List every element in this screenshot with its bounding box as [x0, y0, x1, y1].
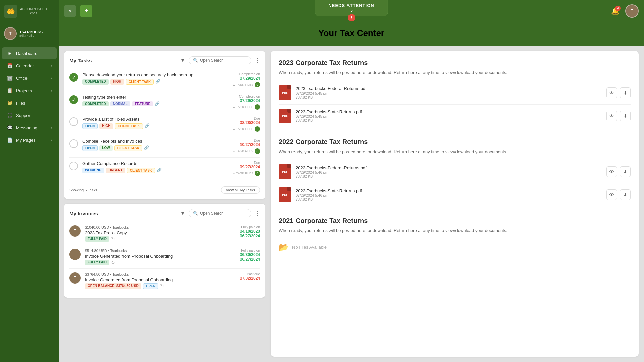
file-info: 2022-Tsarbucks-State-Returns.pdf 07/29/2… [296, 188, 602, 201]
file-info: 2022-Tsarbucks-Federal-Returns.pdf 07/29… [296, 165, 602, 178]
task-content: Provide a List of Fixed Assets OPENHIGHC… [82, 117, 228, 129]
task-files-count: 0 [255, 171, 260, 176]
tag-fully-paid: FULLY PAID [85, 260, 109, 265]
collapse-sidebar-button[interactable]: « [64, 5, 76, 17]
sidebar-item-my-pages[interactable]: 📄 My Pages › [2, 134, 57, 146]
invoices-title: My Invoices [69, 210, 177, 216]
tag-client: CLIENT TASK [115, 123, 143, 129]
invoice-date: 07/02/2024 [240, 276, 260, 281]
topbar-right: 🔔 4 T [609, 4, 639, 18]
sidebar: 🤲 ACCOMPLISHED cpas T TSARBUCKS Edit Pro… [0, 0, 59, 362]
tasks-search-input[interactable] [200, 58, 247, 63]
invoice-tags: FULLY PAID ↻ [85, 260, 236, 265]
refresh-icon[interactable]: ↻ [111, 236, 115, 242]
tag-open: OPEN [82, 145, 98, 151]
tax-section: 2021 Corporate Tax Returns When ready, y… [279, 217, 631, 255]
task-date-label: Completed on [232, 95, 260, 98]
tag-completed: COMPLETED [82, 79, 109, 85]
pdf-icon: PDF [279, 85, 291, 100]
download-file-button[interactable]: ⬇ [620, 189, 631, 200]
edit-profile-link[interactable]: Edit Profile [19, 34, 43, 37]
file-item: PDF 2022-Tsarbucks-Federal-Returns.pdf 0… [279, 160, 631, 183]
task-checkbox[interactable] [69, 117, 78, 126]
task-content: Testing type then enter COMPLETEDNORMALF… [82, 95, 228, 106]
view-file-button[interactable]: 👁 [606, 87, 617, 98]
task-title: Compile Receipts and Invoices [82, 139, 228, 144]
tax-center-header: Your Tax Center [59, 22, 644, 46]
task-meta: Due 10/27/2024 ▲ TASK FILES 0 [232, 139, 260, 154]
task-date: 07/29/2024 [232, 98, 260, 103]
chevron-right-icon: › [51, 76, 52, 80]
right-panel: 2023 Corporate Tax Returns When ready, y… [271, 51, 639, 357]
notifications-button[interactable]: 🔔 4 [609, 5, 621, 17]
table-row: Provide a List of Fixed Assets OPENHIGHC… [69, 113, 260, 135]
options-icon[interactable]: ⋮ [255, 210, 260, 217]
tag-normal: NORMAL [110, 101, 130, 106]
filter-icon[interactable]: ▼ [180, 58, 185, 63]
logo-section: 🤲 ACCOMPLISHED cpas [0, 0, 59, 23]
invoice-amount: $514.80 USD • Tsarbucks [85, 249, 236, 253]
download-file-button[interactable]: ⬇ [620, 87, 631, 98]
list-item: T $3764.80 USD • Tsarbucks Invoice Gener… [69, 269, 260, 292]
options-icon[interactable]: ⋮ [255, 57, 260, 64]
view-file-button[interactable]: 👁 [606, 166, 617, 177]
invoices-search-bar[interactable]: 🔍 [189, 209, 251, 217]
task-files: ▲ TASK FILES 0 [232, 148, 260, 154]
link-icon: 🔗 [157, 168, 162, 173]
projects-icon: 📋 [7, 88, 13, 93]
sidebar-item-projects[interactable]: 📋 Projects › [2, 84, 57, 97]
sidebar-item-calendar[interactable]: 📅 Calendar › [2, 60, 57, 72]
filter-icon[interactable]: ▼ [180, 210, 185, 216]
view-file-button[interactable]: 👁 [606, 111, 617, 121]
file-item: PDF 2022-Tsarbucks-State-Returns.pdf 07/… [279, 183, 631, 206]
panels: My Tasks ▼ 🔍 ⋮ ✓ Please download your re… [59, 46, 644, 362]
page-title: Your Tax Center [59, 28, 644, 38]
invoices-search-input[interactable] [200, 211, 247, 216]
tasks-search-bar[interactable]: 🔍 [189, 56, 251, 64]
sidebar-item-office[interactable]: 🏢 Office › [2, 72, 57, 84]
view-all-tasks-button[interactable]: View all My Tasks [221, 186, 260, 194]
sidebar-item-label: Calendar [16, 63, 48, 68]
invoice-date2: 06/27/2024 [240, 257, 260, 262]
invoice-content: $1040.00 USD • Tsarbucks 2023 Tax Prep -… [85, 225, 236, 242]
pdf-icon: PDF [279, 187, 291, 202]
tax-returns-sections: 2023 Corporate Tax Returns When ready, y… [279, 59, 631, 255]
tax-section-desc: When ready, your returns will be posted … [279, 148, 631, 155]
app-name: ACCOMPLISHED cpas [20, 7, 47, 15]
refresh-icon[interactable]: ↻ [111, 260, 115, 265]
sidebar-item-support[interactable]: 🎧 Support [2, 109, 57, 121]
user-avatar-top[interactable]: T [625, 4, 639, 18]
add-button[interactable]: + [80, 5, 92, 17]
task-checkbox[interactable]: ✓ [69, 73, 78, 82]
task-tags: WORKINGURGENTCLIENT TASK 🔗 [82, 168, 228, 173]
messaging-icon: 💬 [7, 125, 13, 130]
chevron-down-icon: ∨ [350, 9, 353, 13]
showing-tasks-text: Showing 5 Tasks → [69, 188, 103, 192]
task-meta: Completed on 07/29/2024 ▲ TASK FILES 0 [232, 95, 260, 110]
user-section: T TSARBUCKS Edit Profile [0, 23, 59, 44]
download-file-button[interactable]: ⬇ [620, 166, 631, 177]
tag-fully-paid: FULLY PAID [85, 236, 109, 242]
my-tasks-card: My Tasks ▼ 🔍 ⋮ ✓ Please download your re… [64, 51, 265, 199]
sidebar-item-dashboard[interactable]: ⊞ Dashboard [2, 47, 57, 59]
file-date: 07/29/2024 5:45 pm [296, 114, 602, 118]
file-date: 07/29/2024 5:45 pm [296, 91, 602, 95]
chevron-right-icon: › [51, 138, 52, 142]
task-date: 07/29/2024 [232, 76, 260, 81]
sidebar-item-files[interactable]: 📁 Files [2, 97, 57, 109]
sidebar-item-messaging[interactable]: 💬 Messaging › [2, 122, 57, 134]
table-row: ✓ Testing type then enter COMPLETEDNORMA… [69, 91, 260, 113]
download-file-button[interactable]: ⬇ [620, 111, 631, 121]
task-checkbox[interactable] [69, 162, 78, 170]
task-content: Please download your returns and securel… [82, 72, 228, 85]
view-file-button[interactable]: 👁 [606, 189, 617, 200]
task-checkbox[interactable]: ✓ [69, 95, 78, 104]
task-files-label: ▲ TASK FILES [232, 172, 253, 175]
refresh-icon[interactable]: ↻ [160, 283, 164, 289]
sidebar-item-label: Dashboard [16, 51, 52, 56]
file-item: PDF 2023-Tsarbucks-Federal-Returns.pdf 0… [279, 81, 631, 105]
file-name: 2023-Tsarbucks-State-Returns.pdf [296, 109, 602, 114]
sidebar-item-label: Projects [16, 88, 48, 93]
task-checkbox[interactable] [69, 139, 78, 148]
task-date-label: Due [232, 117, 260, 120]
